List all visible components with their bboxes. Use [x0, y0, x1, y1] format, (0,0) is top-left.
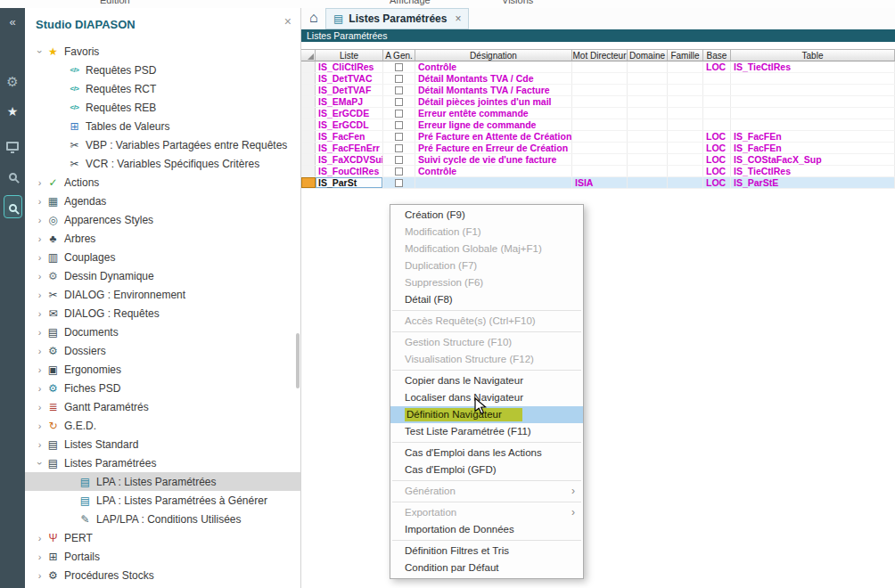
table-row-is-parst[interactable]: IS_ParStISIALOCIS_ParStE	[301, 177, 895, 189]
column-header-a-gen[interactable]: A Gen.	[383, 49, 415, 61]
chevron-right-icon[interactable]: ›	[34, 551, 45, 562]
tree-item-tables-de-valeurs[interactable]: ⊞Tables de Valeurs	[25, 117, 300, 135]
checkbox[interactable]	[395, 179, 403, 187]
tree-item-favoris[interactable]: ›★Favoris	[25, 42, 300, 61]
tree-item-fiches-psd[interactable]: ›⚙Fiches PSD	[25, 379, 300, 397]
tree-item-dialog-environnement[interactable]: ›✂DIALOG : Environnement	[25, 285, 300, 304]
tree-item-dossiers[interactable]: ›⚙Dossiers	[25, 341, 300, 360]
favorites-star-icon[interactable]: ★	[0, 104, 25, 118]
tree-item-dialog-requ-tes[interactable]: ›✉DIALOG : Requêtes	[25, 304, 300, 323]
context-menu-item-cas-d-emploi-gfd[interactable]: Cas d'Emploi (GFD)	[390, 461, 583, 478]
tree-item-apparences-styles[interactable]: ›◎Apparences Styles	[25, 210, 300, 229]
tree-item-agendas[interactable]: ›▦Agendas	[25, 192, 300, 210]
context-menu-item-d-finition-filtres-et-tris[interactable]: Définition Filtres et Tris	[390, 543, 583, 559]
chevron-right-icon[interactable]: ›	[34, 196, 45, 207]
context-menu-item-importation-de-donn-es[interactable]: Importation de Données	[390, 521, 583, 538]
chevron-right-icon[interactable]: ›	[34, 215, 45, 225]
table-row-is-dettvaf[interactable]: IS_DetTVAFDétail Montants TVA / Facture	[301, 85, 895, 96]
tree-item-dessin-dynamique[interactable]: ›⚙Dessin Dynamique	[25, 266, 300, 285]
chevron-right-icon[interactable]: ›	[34, 252, 45, 263]
context-menu-item-d-tail-f8[interactable]: Détail (F8)	[390, 291, 583, 308]
tree-item-g-e-d[interactable]: ›↻G.E.D.	[25, 416, 300, 435]
tree-item-requ-tes-rct[interactable]: </>Requêtes RCT	[25, 79, 300, 98]
column-header-table[interactable]: Table	[731, 49, 895, 61]
table-row-is-facfenerr[interactable]: IS_FacFEnErrPré Facture en Erreur de Cré…	[301, 143, 895, 154]
tree-item-ergonomies[interactable]: ›▣Ergonomies	[25, 360, 300, 379]
monitor-icon[interactable]	[0, 138, 25, 154]
chevron-right-icon[interactable]: ›	[34, 383, 45, 394]
checkbox[interactable]	[395, 63, 403, 71]
row-selector[interactable]	[301, 73, 316, 84]
table-row-is-faxcdvsui[interactable]: IS_FaXCDVSuiSuivi cycle de vie d'une fac…	[301, 154, 895, 166]
tree-item-arbres[interactable]: ›♣Arbres	[25, 229, 300, 248]
table-row-is-ergcde[interactable]: IS_ErGCDEErreur entête commande	[301, 108, 895, 119]
table-row-is-facfen[interactable]: IS_FacFenPré Facture en Attente de Créat…	[301, 131, 895, 143]
chevron-right-icon[interactable]: ›	[34, 402, 45, 412]
tree-item-proc-dures-stocks[interactable]: ›⚙Procédures Stocks	[25, 566, 300, 584]
checkbox[interactable]	[395, 86, 403, 94]
menu-item-affichage[interactable]: Affichage	[390, 0, 431, 5]
checkbox[interactable]	[395, 75, 403, 83]
tree-item-gantt-param-tr-s[interactable]: ›≣Gantt Paramétrés	[25, 397, 300, 416]
column-header-liste[interactable]: Liste	[316, 49, 383, 61]
row-selector[interactable]	[301, 143, 316, 153]
checkbox[interactable]	[395, 133, 403, 141]
tree-item-documents[interactable]: ›▤Documents	[25, 323, 300, 341]
row-selector[interactable]	[301, 166, 316, 176]
table-row-is-fouctlres[interactable]: IS_FouCtlResContrôleLOCIS_TieCtlRes	[301, 166, 895, 177]
chevron-right-icon[interactable]: ›	[34, 533, 45, 543]
checkbox[interactable]	[395, 98, 403, 106]
tree-item-lpa-listes-param-tr-es-g-n-rer[interactable]: ▤LPA : Listes Paramétrées à Générer	[25, 491, 300, 510]
gear-icon[interactable]: ⚙	[0, 74, 25, 90]
context-menu-item-localiser-dans-navigateur[interactable]: Localiser dans Navigateur	[390, 389, 583, 406]
tab-close-icon[interactable]: ×	[455, 12, 461, 25]
table-row-is-emapj[interactable]: IS_EMaPJDétail pièces jointes d'un mail	[301, 96, 895, 108]
row-selector[interactable]	[301, 177, 316, 188]
menu-item-visions[interactable]: Visions	[502, 0, 533, 5]
tree-item-requ-tes-reb[interactable]: </>Requêtes REB	[25, 98, 300, 117]
chevron-down-icon[interactable]: ›	[35, 45, 45, 57]
home-icon[interactable]: ⌂	[309, 10, 318, 26]
tree-item-lpa-listes-param-tr-es[interactable]: ▤LPA : Listes Paramétrées	[25, 472, 300, 491]
table-row-is-clictlres[interactable]: IS_CliCtlResContrôleLOCIS_TieCtlRes	[301, 61, 895, 73]
tree-item-listes-standard[interactable]: ›▤Listes Standard	[25, 435, 300, 453]
row-selector[interactable]	[301, 85, 316, 95]
tree-item-listes-param-tr-es[interactable]: ›▤Listes Paramétrées	[25, 453, 300, 472]
tree-item-vbp-variables-partag-es-entre-requ-tes[interactable]: ✂VBP : Variables Partagées entre Requête…	[25, 135, 300, 154]
chevron-right-icon[interactable]: ›	[34, 364, 45, 375]
column-header-domaine[interactable]: Domaine	[628, 49, 668, 61]
tree-item-couplages[interactable]: ›▥Couplages	[25, 248, 300, 266]
row-selector[interactable]	[301, 154, 316, 165]
checkbox[interactable]	[395, 167, 403, 176]
tree-item-actions[interactable]: ›✓Actions	[25, 173, 300, 192]
row-selector[interactable]	[301, 131, 316, 142]
chevron-right-icon[interactable]: ›	[34, 177, 45, 188]
row-selector[interactable]	[301, 61, 316, 72]
collapse-sidebar-icon[interactable]: «	[0, 15, 25, 29]
column-header-famille[interactable]: Famille	[668, 49, 703, 61]
checkbox[interactable]	[395, 110, 403, 118]
context-menu-item-cr-ation-f9[interactable]: Création (F9)	[390, 207, 583, 224]
checkbox[interactable]	[395, 121, 403, 129]
chevron-right-icon[interactable]: ›	[34, 439, 45, 450]
tree-item-vcr-variables-sp-cifiques-crit-res[interactable]: ✂VCR : Variables Spécifiques Critères	[25, 154, 300, 173]
tree-item-portails[interactable]: ›⊞Portails	[25, 547, 300, 566]
context-menu-item-condition-par-d-faut[interactable]: Condition par Défaut	[390, 559, 583, 576]
context-menu-item-d-finition-navigateur[interactable]: Définition Navigateur	[390, 406, 583, 423]
chevron-right-icon[interactable]: ›	[34, 271, 45, 282]
table-row-is-dettvac[interactable]: IS_DetTVACDétail Montants TVA / Cde	[301, 73, 895, 85]
chevron-right-icon[interactable]: ›	[34, 570, 45, 581]
row-selector[interactable]	[301, 119, 316, 130]
chevron-right-icon[interactable]: ›	[34, 346, 45, 356]
chevron-right-icon[interactable]: ›	[34, 233, 45, 244]
search-active-icon[interactable]	[0, 195, 25, 218]
chevron-right-icon[interactable]: ›	[34, 421, 45, 431]
row-selector[interactable]	[301, 96, 316, 107]
context-menu-item-copier-dans-le-navigateur[interactable]: Copier dans le Navigateur	[390, 372, 583, 389]
context-menu-item-cas-d-emploi-dans-les-actions[interactable]: Cas d'Emploi dans les Actions	[390, 445, 583, 461]
row-selector[interactable]	[301, 108, 316, 118]
tree-item-pert[interactable]: ›ΨPERT	[25, 528, 300, 547]
sidebar-close-icon[interactable]: ×	[284, 14, 291, 29]
chevron-down-icon[interactable]: ›	[35, 457, 45, 469]
context-menu-item-test-liste-param-tr-e-f11[interactable]: Test Liste Paramétrée (F11)	[390, 423, 583, 440]
